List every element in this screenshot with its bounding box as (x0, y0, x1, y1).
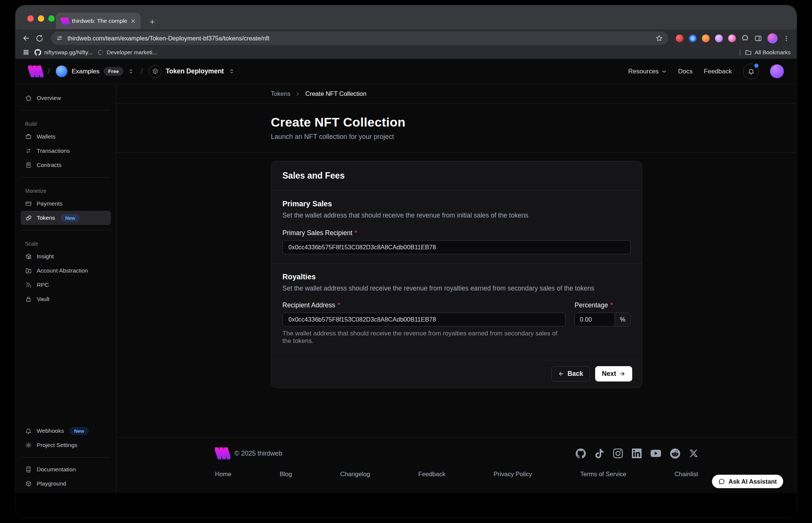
royalty-recipient-input[interactable] (282, 313, 566, 326)
docs-link[interactable]: Docs (678, 68, 693, 75)
coins-icon (25, 215, 32, 221)
lock-icon (25, 296, 32, 302)
instagram-icon[interactable] (613, 448, 623, 458)
browser-tab[interactable]: thirdweb: The complete web3 (56, 13, 140, 29)
bookmark-item[interactable]: Developer marketi... (98, 49, 157, 55)
royalty-percentage-input[interactable] (575, 313, 615, 326)
percent-suffix: % (615, 313, 630, 326)
url-text[interactable]: thirdweb.com/team/examples/Token-Deploym… (67, 35, 651, 42)
next-button[interactable]: Next (595, 366, 632, 381)
extension-icon[interactable] (715, 34, 723, 42)
bookmarks-bar: niftyswap.gg/Nifty... Developer marketi.… (15, 47, 797, 59)
sidebar: Overview Build Wallets Transactions Cont… (15, 84, 116, 493)
sidebar-item-vault[interactable]: Vault (21, 292, 111, 306)
tab-title: thirdweb: The complete web3 (72, 18, 127, 24)
project-selector[interactable]: Token Deployment (149, 65, 235, 78)
breadcrumb-separator: / (140, 67, 143, 76)
tiktok-icon[interactable] (595, 449, 604, 458)
browser-menu-icon[interactable] (783, 35, 790, 42)
sidebar-item-overview[interactable]: Overview (21, 91, 111, 105)
extension-icon[interactable] (702, 34, 710, 42)
sidebar-item-webhooks[interactable]: Webhooks New (21, 424, 111, 438)
sidebar-item-insight[interactable]: Insight (21, 249, 111, 264)
youtube-icon[interactable] (651, 448, 661, 459)
reddit-icon[interactable] (670, 448, 680, 459)
divider (21, 457, 110, 457)
close-tab-icon[interactable] (130, 18, 136, 24)
page-subtitle: Launch an NFT collection for your projec… (271, 133, 642, 141)
bookmark-star-icon[interactable] (655, 34, 663, 42)
all-bookmarks-button[interactable]: All Bookmarks (745, 49, 791, 56)
site-settings-icon[interactable] (56, 35, 63, 42)
feedback-link[interactable]: Feedback (704, 68, 732, 75)
extension-icon[interactable] (728, 34, 736, 42)
footer-link-chainlist[interactable]: Chainlist (675, 471, 698, 478)
account-avatar[interactable] (770, 64, 784, 78)
github-icon[interactable] (576, 448, 586, 459)
thirdweb-favicon (61, 18, 69, 25)
extension-icon[interactable] (689, 34, 697, 42)
browser-toolbar: thirdweb.com/team/examples/Token-Deploym… (15, 29, 797, 47)
globe-icon (98, 49, 104, 55)
primary-sales-section: Primary Sales Set the wallet address tha… (271, 191, 642, 263)
browser-panel-icon[interactable] (754, 34, 762, 42)
breadcrumb-tokens-link[interactable]: Tokens (271, 90, 290, 97)
back-icon[interactable] (22, 34, 30, 42)
arrow-right-icon (619, 371, 625, 377)
royalties-description: Set the wallet address should receive th… (282, 285, 631, 292)
sidebar-item-account-abstraction[interactable]: Account Abstraction (21, 264, 111, 278)
chevron-up-down-icon[interactable] (127, 68, 134, 75)
sidebar-item-rpc[interactable]: RPC (21, 278, 111, 292)
ask-ai-assistant-button[interactable]: Ask AI Assistant (712, 475, 783, 488)
sidebar-item-project-settings[interactable]: Project Settings (21, 438, 111, 452)
sidebar-item-transactions[interactable]: Transactions (21, 144, 111, 158)
minimize-window-button[interactable] (38, 15, 44, 22)
sidebar-item-documentation[interactable]: Documentation (21, 462, 111, 477)
sidebar-section-build: Build (25, 121, 106, 127)
card-title: Sales and Fees (282, 171, 631, 181)
cube-icon (25, 480, 32, 487)
primary-sales-heading: Primary Sales (282, 200, 631, 208)
chat-bubble-icon (718, 478, 725, 485)
footer-link-changelog[interactable]: Changelog (340, 471, 370, 478)
sidebar-item-wallets[interactable]: Wallets (21, 130, 111, 144)
divider (740, 49, 740, 56)
sidebar-item-tokens[interactable]: Tokens New (21, 211, 111, 225)
sidebar-item-contracts[interactable]: Contracts (21, 158, 111, 172)
team-selector[interactable]: Examples Free (56, 66, 134, 77)
footer-link-feedback[interactable]: Feedback (418, 471, 445, 478)
reload-icon[interactable] (36, 34, 43, 42)
page-header: Create NFT Collection Launch an NFT coll… (116, 104, 797, 153)
extensions-puzzle-icon[interactable] (741, 34, 749, 42)
thirdweb-logo[interactable] (28, 66, 42, 77)
sidebar-section-scale: Scale (25, 241, 106, 247)
zoom-window-button[interactable] (48, 15, 55, 22)
sidebar-item-playground[interactable]: Playground (21, 477, 111, 491)
x-icon[interactable] (689, 449, 698, 458)
bookmark-item[interactable]: niftyswap.gg/Nifty... (34, 49, 93, 56)
footer-link-terms-of-service[interactable]: Terms of Service (580, 471, 626, 478)
thirdweb-app: / Examples Free / Token Deployment Resou… (15, 59, 797, 518)
primary-sales-recipient-input[interactable] (282, 240, 631, 254)
footer-link-blog[interactable]: Blog (280, 471, 292, 478)
footer-link-privacy-policy[interactable]: Privacy Policy (494, 471, 532, 478)
extension-icon[interactable] (676, 34, 684, 42)
gear-icon (25, 442, 32, 448)
apps-grid-icon[interactable] (23, 49, 29, 55)
chevron-up-down-icon[interactable] (228, 68, 235, 75)
close-window-button[interactable] (27, 15, 34, 22)
footer-link-home[interactable]: Home (215, 471, 231, 478)
back-button[interactable]: Back (551, 366, 590, 381)
linkedin-icon[interactable] (632, 448, 642, 458)
required-asterisk: * (337, 301, 340, 309)
resources-menu[interactable]: Resources (628, 68, 667, 75)
new-tab-button[interactable] (149, 18, 156, 25)
sidebar-item-payments[interactable]: Payments (21, 197, 111, 211)
notifications-button[interactable] (743, 64, 759, 79)
url-bar[interactable]: thirdweb.com/team/examples/Token-Deploym… (51, 31, 668, 45)
new-badge: New (61, 214, 80, 222)
browser-profile-avatar[interactable] (767, 33, 778, 43)
tab-strip: thirdweb: The complete web3 (15, 5, 797, 29)
project-name: Token Deployment (166, 67, 224, 75)
bottom-strip (15, 493, 797, 518)
